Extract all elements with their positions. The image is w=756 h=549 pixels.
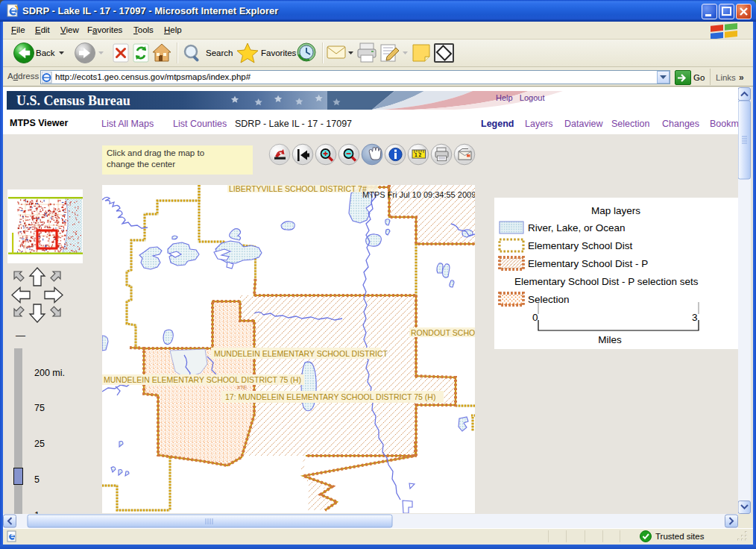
svg-text:MTPS Fri Jul 10 09:34:55 2009: MTPS Fri Jul 10 09:34:55 2009 [362,190,475,199]
svg-text:Back: Back [36,48,55,57]
svg-text:Miles: Miles [598,334,622,345]
svg-text:0: 0 [532,312,538,323]
svg-text:Favorites: Favorites [261,48,297,57]
svg-text:Search: Search [206,48,233,57]
svg-text:U.S. Census Bureau: U.S. Census Bureau [16,93,130,108]
svg-text:LIBERTYVILLE SCHOOL DISTRICT 7: LIBERTYVILLE SCHOOL DISTRICT 7# [229,185,367,193]
svg-text:Elementary School Dist - P sel: Elementary School Dist - P selection set… [514,276,699,287]
svg-text:#TE: #TE [237,385,247,390]
svg-text:Selection: Selection [528,294,570,305]
svg-text:1 2: 1 2 [415,152,421,157]
svg-text:MUNDELEIN ELEMENTARY SCHOOL DI: MUNDELEIN ELEMENTARY SCHOOL DISTRICT [214,349,388,358]
svg-text:River, Lake, or Ocean: River, Lake, or Ocean [528,222,626,233]
svg-text:Elementary School Dist - P: Elementary School Dist - P [528,258,648,269]
svg-text:Map layers: Map layers [591,205,640,216]
svg-text:RONDOUT SCHOO: RONDOUT SCHOO [411,328,475,337]
svg-text:17: MUNDELEIN ELEMENTARY SCHOO: 17: MUNDELEIN ELEMENTARY SCHOOL DISTRICT… [225,392,435,401]
svg-text:MUNDELEIN ELEMENTARY SCHOOL DI: MUNDELEIN ELEMENTARY SCHOOL DISTRICT 75 … [104,375,301,384]
svg-text:Elementary School Dist: Elementary School Dist [528,240,633,251]
svg-text:3: 3 [692,312,698,323]
